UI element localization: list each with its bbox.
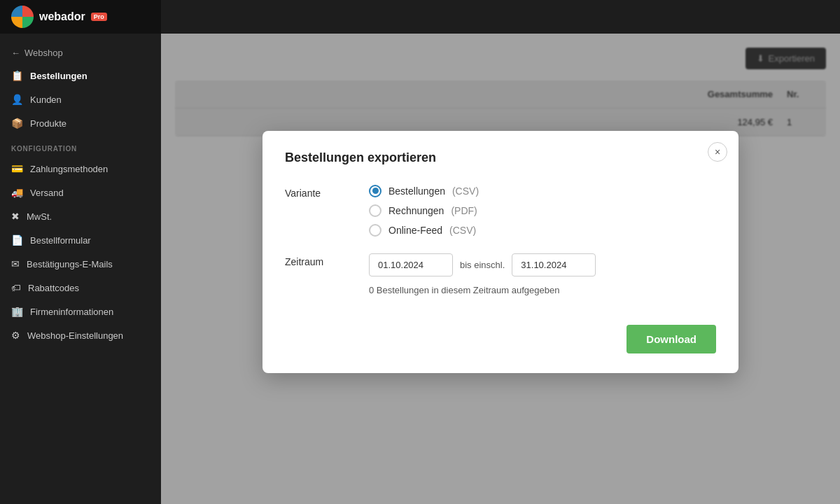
modal-overlay: Bestellungen exportieren × Variante Best… bbox=[161, 0, 840, 504]
sidebar-header: webador Pro bbox=[0, 0, 161, 34]
sidebar-item-rabattcodes[interactable]: 🏷 Rabattcodes bbox=[0, 276, 161, 300]
date-separator: bis einschl. bbox=[460, 260, 505, 270]
sidebar-back-link[interactable]: ← Webshop bbox=[0, 42, 161, 64]
sidebar-item-zahlungsmethoden[interactable]: 💳 Zahlungsmethoden bbox=[0, 157, 161, 181]
back-arrow-icon: ← bbox=[11, 48, 20, 58]
sidebar-item-webshopeinstellungen[interactable]: ⚙ Webshop-Einstellungen bbox=[0, 323, 161, 347]
sidebar-item-label: Bestellungen bbox=[30, 71, 88, 81]
sidebar-item-label: Bestellformular bbox=[30, 235, 91, 246]
rabattcodes-icon: 🏷 bbox=[11, 282, 21, 293]
sidebar-item-label: Rabattcodes bbox=[28, 283, 79, 293]
kunden-icon: 👤 bbox=[11, 94, 23, 105]
modal-actions: Download bbox=[285, 314, 716, 354]
zeitraum-row: Zeitraum bis einschl. 0 Bestellungen in … bbox=[285, 253, 716, 298]
radio-online-feed-sub: (CSV) bbox=[449, 225, 476, 236]
modal-close-button[interactable]: × bbox=[708, 142, 727, 162]
sidebar: webador Pro ← Webshop 📋 Bestellungen 👤 K… bbox=[0, 0, 161, 504]
sidebar-back-label: Webshop bbox=[24, 48, 63, 58]
modal-title: Bestellungen exportieren bbox=[285, 150, 716, 165]
variante-label: Variante bbox=[285, 185, 369, 199]
date-from-input[interactable] bbox=[369, 253, 453, 276]
radio-online-feed-indicator bbox=[369, 224, 382, 237]
date-to-input[interactable] bbox=[512, 253, 596, 276]
zahlungsmethoden-icon: 💳 bbox=[11, 163, 23, 174]
bestellformular-icon: 📄 bbox=[11, 234, 23, 246]
date-range: bis einschl. bbox=[369, 253, 716, 276]
config-section-label: KONFIGURATION bbox=[0, 135, 161, 157]
sidebar-item-label: Firmeninformationen bbox=[30, 307, 113, 317]
sidebar-item-produkte[interactable]: 📦 Produkte bbox=[0, 111, 161, 135]
sidebar-item-label: Bestätigungs-E-Mails bbox=[27, 259, 113, 270]
radio-bestellungen-csv[interactable]: Bestellungen (CSV) bbox=[369, 185, 716, 197]
app-name: webador bbox=[39, 10, 85, 23]
sidebar-item-bestellformular[interactable]: 📄 Bestellformular bbox=[0, 228, 161, 252]
versand-icon: 🚚 bbox=[11, 187, 23, 198]
sidebar-item-label: Zahlungsmethoden bbox=[30, 164, 108, 174]
main-area: ⬇ Exportieren Gesamtsumme Nr. 124,95 € 1… bbox=[161, 0, 840, 504]
radio-bestellungen-indicator bbox=[369, 185, 382, 197]
radio-rechnungen-indicator bbox=[369, 204, 382, 217]
sidebar-item-label: Kunden bbox=[30, 94, 62, 105]
radio-rechnungen-label: Rechnungen bbox=[388, 205, 444, 216]
mwst-icon: ✖ bbox=[11, 211, 20, 222]
radio-online-feed-label: Online-Feed bbox=[388, 225, 442, 236]
bestellungen-icon: 📋 bbox=[11, 70, 23, 81]
radio-rechnungen-pdf[interactable]: Rechnungen (PDF) bbox=[369, 204, 716, 217]
sidebar-item-label: Versand bbox=[30, 188, 64, 198]
sidebar-item-label: MwSt. bbox=[27, 211, 52, 222]
sidebar-item-bestatigungsemails[interactable]: ✉ Bestätigungs-E-Mails bbox=[0, 252, 161, 276]
radio-bestellungen-sub: (CSV) bbox=[452, 186, 479, 197]
sidebar-item-mwst[interactable]: ✖ MwSt. bbox=[0, 204, 161, 228]
sidebar-item-label: Webshop-Einstellungen bbox=[27, 330, 123, 341]
sidebar-navigation: ← Webshop 📋 Bestellungen 👤 Kunden 📦 Prod… bbox=[0, 34, 161, 504]
logo-icon bbox=[11, 6, 34, 28]
zeitraum-info-text: 0 Bestellungen in diesem Zeitraum aufgeg… bbox=[369, 284, 716, 298]
radio-bestellungen-label: Bestellungen bbox=[388, 186, 445, 197]
settings-icon: ⚙ bbox=[11, 330, 20, 341]
download-button[interactable]: Download bbox=[626, 325, 716, 354]
sidebar-item-firmeninformationen[interactable]: 🏢 Firmeninformationen bbox=[0, 300, 161, 323]
sidebar-item-bestellungen[interactable]: 📋 Bestellungen bbox=[0, 64, 161, 88]
variante-options: Bestellungen (CSV) Rechnungen (PDF) Onli… bbox=[369, 185, 716, 237]
sidebar-item-versand[interactable]: 🚚 Versand bbox=[0, 181, 161, 204]
firmen-icon: 🏢 bbox=[11, 306, 23, 317]
zeitraum-label: Zeitraum bbox=[285, 253, 369, 267]
sidebar-item-kunden[interactable]: 👤 Kunden bbox=[0, 88, 161, 111]
sidebar-item-label: Produkte bbox=[30, 118, 66, 129]
zeitraum-controls: bis einschl. 0 Bestellungen in diesem Ze… bbox=[369, 253, 716, 298]
variante-row: Variante Bestellungen (CSV) Rechnungen (… bbox=[285, 185, 716, 237]
pro-badge: Pro bbox=[91, 13, 107, 21]
export-modal: Bestellungen exportieren × Variante Best… bbox=[262, 131, 738, 374]
radio-online-feed-csv[interactable]: Online-Feed (CSV) bbox=[369, 224, 716, 237]
produkte-icon: 📦 bbox=[11, 118, 23, 129]
radio-rechnungen-sub: (PDF) bbox=[451, 205, 477, 216]
email-icon: ✉ bbox=[11, 258, 20, 270]
